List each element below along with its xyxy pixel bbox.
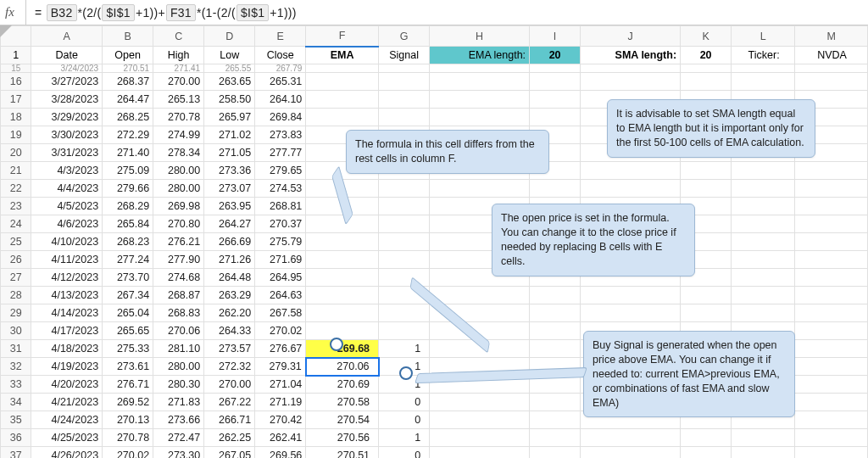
formula-seg: *(2/( [78, 6, 102, 20]
hdr-ema[interactable]: EMA [306, 47, 379, 64]
col-hdr-K[interactable]: K [681, 26, 732, 47]
formula-input[interactable]: = B32 *(2/( $I$1 +1))+ F31 *(1-(2/( $I$1… [25, 0, 297, 25]
row-hdr-1[interactable]: 1 [1, 47, 31, 64]
row-15-partial[interactable]: 15 3/24/2023 270.51271.41 265.55267.79 [1, 64, 868, 73]
table-row[interactable]: 244/6/2023265.84270.80264.27270.37 [1, 215, 868, 233]
hdr-ema-length-val[interactable]: 20 [530, 47, 581, 64]
callout-buy-signal: Buy Signal is generated when the open pr… [583, 331, 795, 417]
hdr-signal[interactable]: Signal [379, 47, 430, 64]
formula-seg: +1))) [270, 6, 296, 20]
col-hdr-F[interactable]: F [306, 26, 379, 47]
table-row[interactable]: 374/26/2023270.02273.30267.05269.56270.5… [1, 447, 868, 459]
hdr-high[interactable]: High [153, 47, 204, 64]
hdr-low[interactable]: Low [204, 47, 255, 64]
formula-ref-i1b: $I$1 [236, 4, 269, 21]
col-hdr-I[interactable]: I [530, 26, 581, 47]
col-hdr-M[interactable]: M [795, 26, 868, 47]
formula-ref-b32: B32 [47, 4, 77, 21]
hdr-ema-length-label[interactable]: EMA length: [430, 47, 530, 64]
table-row[interactable]: 224/4/2023279.66280.00273.07274.53 [1, 180, 868, 198]
anchor-circle-bot [399, 366, 413, 380]
hdr-ticker-label[interactable]: Ticker: [732, 47, 795, 64]
fx-icon: fx [5, 5, 25, 20]
col-hdr-A[interactable]: A [31, 26, 103, 47]
hdr-open[interactable]: Open [103, 47, 153, 64]
col-hdr-C[interactable]: C [153, 26, 204, 47]
table-row[interactable]: 274/12/2023273.70274.68264.48264.95 [1, 269, 868, 287]
formula-ref-i1a: $I$1 [102, 4, 134, 21]
col-hdr-D[interactable]: D [204, 26, 255, 47]
col-hdr-E[interactable]: E [255, 26, 306, 47]
callout-sma-advice: It is advisable to set SMA length equal … [607, 99, 815, 158]
formula-ref-f31: F31 [166, 4, 196, 21]
callout-formula-diff: The formula in this cell differs from th… [346, 130, 549, 174]
col-hdr-L[interactable]: L [732, 26, 795, 47]
col-hdr-G[interactable]: G [379, 26, 430, 47]
table-row[interactable]: 163/27/2023268.37270.00263.65265.31 [1, 73, 868, 91]
formula-bar: fx = B32 *(2/( $I$1 +1))+ F31 *(1-(2/( $… [0, 0, 868, 25]
table-row[interactable]: 364/25/2023270.78272.47262.25262.41270.5… [1, 429, 868, 447]
col-hdr-B[interactable]: B [103, 26, 153, 47]
col-hdr-J[interactable]: J [581, 26, 681, 47]
column-header-row[interactable]: A B C D E F G H I J K L M [1, 26, 868, 47]
header-row-1: 1 Date Open High Low Close EMA Signal EM… [1, 47, 868, 64]
callout-open-price: The open price is set in the formula. Yo… [492, 204, 695, 276]
table-row[interactable]: 254/10/2023268.23276.21266.69275.79 [1, 233, 868, 251]
anchor-circle-top [330, 338, 343, 351]
table-row[interactable]: 234/5/2023268.29269.98263.95268.81 [1, 198, 868, 215]
hdr-close[interactable]: Close [255, 47, 306, 64]
formula-seg: +1))+ [136, 6, 165, 20]
hdr-date[interactable]: Date [31, 47, 103, 64]
hdr-sma-length-label[interactable]: SMA length: [581, 47, 681, 64]
select-all-triangle[interactable] [0, 25, 12, 37]
formula-seg: *(1-(2/( [197, 6, 236, 20]
formula-eq: = [35, 6, 42, 20]
table-row[interactable]: 264/11/2023277.24277.90271.26271.69 [1, 251, 868, 269]
hdr-ticker-val[interactable]: NVDA [795, 47, 868, 64]
col-hdr-H[interactable]: H [430, 26, 530, 47]
hdr-sma-length-val[interactable]: 20 [681, 47, 732, 64]
